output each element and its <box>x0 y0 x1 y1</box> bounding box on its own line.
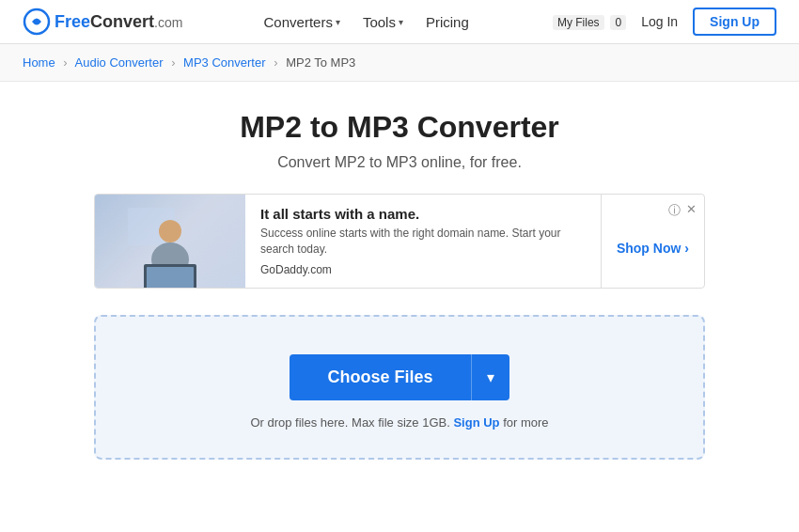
drop-info: Or drop files here. Max file size 1GB. S… <box>115 415 684 430</box>
ad-title: It all starts with a name. <box>260 206 586 222</box>
svg-rect-5 <box>147 267 194 288</box>
choose-files-button[interactable]: Choose Files <box>290 354 470 400</box>
choose-files-row: Choose Files ▾ <box>115 354 684 400</box>
nav-tools[interactable]: Tools ▾ <box>363 14 403 30</box>
drop-info-text: Or drop files here. Max file size 1GB. <box>250 415 449 430</box>
breadcrumb-audio-converter[interactable]: Audio Converter <box>75 55 164 70</box>
my-files-link[interactable]: My Files 0 <box>550 14 626 29</box>
logo-free: Free <box>55 12 90 31</box>
nav-converters-label: Converters <box>264 14 333 30</box>
converters-chevron-icon: ▾ <box>336 17 340 27</box>
logo-text: FreeConvert.com <box>55 12 182 32</box>
header: FreeConvert.com Converters ▾ Tools ▾ Pri… <box>0 0 799 44</box>
ad-content: It all starts with a name. Success onlin… <box>245 195 601 288</box>
ad-shop-now-button[interactable]: Shop Now › <box>617 241 689 256</box>
breadcrumb-sep-1: › <box>63 55 67 70</box>
ad-shop-now-label: Shop Now <box>617 241 681 256</box>
my-files-count: 0 <box>610 15 626 30</box>
logo-domain: .com <box>154 15 182 30</box>
svg-point-2 <box>159 220 181 243</box>
breadcrumb-current: MP2 To MP3 <box>286 55 355 70</box>
header-right: My Files 0 Log In Sign Up <box>550 8 776 36</box>
breadcrumb-mp3-converter[interactable]: MP3 Converter <box>183 55 265 70</box>
ad-top-icons: ⓘ ✕ <box>668 202 697 219</box>
ad-banner: It all starts with a name. Success onlin… <box>94 194 705 289</box>
breadcrumb-home[interactable]: Home <box>23 55 55 70</box>
ad-info-icon[interactable]: ⓘ <box>668 202 681 219</box>
main-content: MP2 to MP3 Converter Convert MP2 to MP3 … <box>0 82 799 478</box>
ad-person-illustration <box>123 203 217 288</box>
logo[interactable]: FreeConvert.com <box>23 8 182 36</box>
logo-convert: Convert <box>90 12 154 31</box>
nav-converters[interactable]: Converters ▾ <box>264 14 340 30</box>
ad-shop-arrow-icon: › <box>684 241 689 256</box>
ad-right: ⓘ ✕ Shop Now › <box>601 195 704 288</box>
my-files-label: My Files <box>553 15 604 30</box>
nav-pricing-label: Pricing <box>426 14 469 30</box>
breadcrumb-sep-2: › <box>171 55 175 70</box>
nav-tools-label: Tools <box>363 14 396 30</box>
ad-close-icon[interactable]: ✕ <box>686 202 697 219</box>
dropdown-chevron-icon: ▾ <box>487 369 494 385</box>
drop-suffix-text: for more <box>503 415 548 430</box>
login-button[interactable]: Log In <box>641 14 678 29</box>
drop-zone-signup-link[interactable]: Sign Up <box>453 415 499 430</box>
choose-files-dropdown-button[interactable]: ▾ <box>471 354 509 400</box>
page-title: MP2 to MP3 Converter <box>23 110 776 145</box>
page-subtitle: Convert MP2 to MP3 online, for free. <box>23 154 776 171</box>
signup-button[interactable]: Sign Up <box>693 8 776 36</box>
ad-description: Success online starts with the right dom… <box>260 226 586 258</box>
main-nav: Converters ▾ Tools ▾ Pricing <box>264 14 469 30</box>
nav-pricing[interactable]: Pricing <box>426 14 469 30</box>
breadcrumb-sep-3: › <box>274 55 277 70</box>
ad-image <box>95 195 245 288</box>
breadcrumb: Home › Audio Converter › MP3 Converter ›… <box>0 44 799 82</box>
drop-zone[interactable]: Choose Files ▾ Or drop files here. Max f… <box>94 315 705 460</box>
tools-chevron-icon: ▾ <box>399 17 403 27</box>
ad-brand: GoDaddy.com <box>260 263 586 276</box>
logo-icon <box>23 8 51 36</box>
